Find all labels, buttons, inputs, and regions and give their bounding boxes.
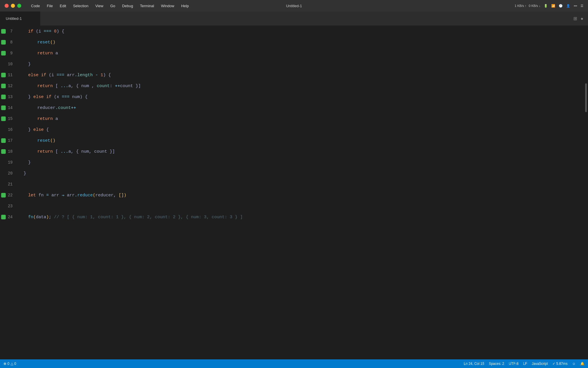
line-number-9: 9 <box>10 48 13 59</box>
line-endings[interactable]: LF <box>523 362 527 366</box>
code-line-20[interactable]: } <box>19 168 584 179</box>
titlebar-right: 1 KB/s ↑0 KB/s ↓ 🔋 📶 🕐 👤 ••• ☰ <box>515 4 584 8</box>
code-line-24[interactable]: fn ( data ) ; // ? [ { num: 1, count: 1 … <box>19 212 584 223</box>
breakpoint-11[interactable] <box>1 73 6 77</box>
line-number-13: 13 <box>8 91 13 102</box>
gutter-line-20: 20 <box>0 168 14 179</box>
scrollbar-thumb[interactable] <box>585 83 587 112</box>
breakpoint-22[interactable] <box>1 193 6 198</box>
gutter-line-15: 15 <box>0 113 14 124</box>
line-number-24: 24 <box>8 212 13 223</box>
cursor-position[interactable]: Ln 24, Col 15 <box>464 362 484 366</box>
line-number-21: 21 <box>8 179 13 190</box>
line-number-23: 23 <box>8 201 13 212</box>
timing: ✓ 5.87ms <box>552 362 568 366</box>
line-number-14: 14 <box>8 102 13 113</box>
gutter-line-12: 12 <box>0 80 14 91</box>
code-line-8[interactable]: reset () <box>19 37 584 48</box>
breakpoint-12[interactable] <box>1 84 6 88</box>
line-number-15: 15 <box>8 113 13 124</box>
tab-label: Untitled-1 <box>6 16 22 21</box>
warning-number: 0 <box>14 362 16 366</box>
code-line-15[interactable]: return a <box>19 113 584 124</box>
code-line-12[interactable]: return [ ... a, { num , count : ++ count… <box>19 80 584 91</box>
indentation[interactable]: Spaces: 2 <box>489 362 504 366</box>
menu-view[interactable]: View <box>92 3 106 9</box>
language-mode[interactable]: JavaScript <box>532 362 548 366</box>
notification-icon[interactable]: 🔔 <box>580 362 585 366</box>
minimize-button[interactable] <box>11 4 15 8</box>
menu-terminal[interactable]: Terminal <box>137 3 157 9</box>
close-button[interactable] <box>5 4 9 8</box>
menu-go[interactable]: Go <box>107 3 118 9</box>
code-line-7[interactable]: if ( i === 0 ) { <box>19 26 584 37</box>
code-line-11[interactable]: else if ( i === arr . length - 1 ) { <box>19 70 584 80</box>
tabbar: Untitled-1 ⊞ ● <box>0 12 588 26</box>
split-editor-button[interactable]: ⊞ <box>573 16 577 21</box>
battery-icon: 🔋 <box>544 4 548 8</box>
code-line-16[interactable]: } else { <box>19 124 584 135</box>
code-line-13[interactable]: } else if ( x === num) { <box>19 91 584 102</box>
menu-file[interactable]: File <box>44 3 56 9</box>
tab-actions: ⊞ ● <box>573 16 588 21</box>
breakpoint-7[interactable] <box>1 29 6 34</box>
breakpoint-18[interactable] <box>1 149 6 154</box>
editor-tab[interactable]: Untitled-1 <box>0 12 40 26</box>
code-line-23[interactable] <box>19 201 584 212</box>
menu-selection[interactable]: Selection <box>70 3 91 9</box>
statusbar-right: Ln 24, Col 15 Spaces: 2 UTF-8 LF JavaScr… <box>464 362 585 366</box>
breakpoint-14[interactable] <box>1 106 6 110</box>
code-line-17[interactable]: reset () <box>19 135 584 146</box>
line-number-20: 20 <box>8 168 13 179</box>
gutter-line-9: 9 <box>0 48 14 59</box>
line-number-10: 10 <box>8 59 13 70</box>
user-icon: 👤 <box>566 4 570 8</box>
statusbar: ⊗ 0 △ 0 Ln 24, Col 15 Spaces: 2 UTF-8 LF… <box>0 359 588 368</box>
line-number-11: 11 <box>8 70 13 80</box>
code-line-22[interactable]: let fn = arr ⇒ arr . reduce ( reducer, [… <box>19 190 584 201</box>
more-icon: ••• <box>574 4 577 7</box>
vertical-scrollbar[interactable] <box>584 26 588 359</box>
gutter-line-16: 16 <box>0 124 14 135</box>
breakpoint-24[interactable] <box>1 215 6 219</box>
code-editor[interactable]: if ( i === 0 ) { reset () return a } <box>14 26 584 359</box>
error-icon: ⊗ <box>3 362 6 366</box>
breakpoint-17[interactable] <box>1 138 6 143</box>
code-line-10[interactable]: } <box>19 59 584 70</box>
line-number-7: 7 <box>10 26 13 37</box>
feedback-icon[interactable]: ☺ <box>572 362 576 366</box>
unsaved-indicator: ● <box>581 16 583 21</box>
gutter-line-13: 13 <box>0 91 14 102</box>
gutter-line-21: 21 <box>0 179 14 190</box>
menu-code[interactable]: Code <box>28 3 43 9</box>
network-speed: 1 KB/s ↑0 KB/s ↓ <box>515 4 541 7</box>
breakpoint-9[interactable] <box>1 51 6 55</box>
code-line-19[interactable]: } <box>19 157 584 168</box>
wifi-icon: 📶 <box>551 4 555 8</box>
breakpoint-15[interactable] <box>1 116 6 121</box>
list-icon: ☰ <box>581 4 583 8</box>
gutter-line-14: 14 <box>0 102 14 113</box>
error-count[interactable]: ⊗ 0 △ 0 <box>3 362 16 366</box>
gutter-line-17: 17 <box>0 135 14 146</box>
breakpoint-8[interactable] <box>1 40 6 45</box>
menu-bar: Code File Edit Selection View Go Debug T… <box>21 3 192 9</box>
menu-debug[interactable]: Debug <box>119 3 136 9</box>
code-line-18[interactable]: return [ ... a, { num, count }] <box>19 146 584 157</box>
gutter-line-23: 23 <box>0 201 14 212</box>
gutter-line-11: 11 <box>0 70 14 80</box>
code-line-14[interactable]: reducer . count ++ <box>19 102 584 113</box>
menu-edit[interactable]: Edit <box>57 3 69 9</box>
error-number: 0 <box>7 362 9 366</box>
line-number-22: 22 <box>8 190 13 201</box>
statusbar-left: ⊗ 0 △ 0 <box>3 362 16 366</box>
code-line-9[interactable]: return a <box>19 48 584 59</box>
menu-help[interactable]: Help <box>178 3 192 9</box>
maximize-button[interactable] <box>17 4 21 8</box>
menu-window[interactable]: Window <box>158 3 177 9</box>
apple-menu[interactable] <box>21 5 27 7</box>
code-line-21[interactable] <box>19 179 584 190</box>
file-encoding[interactable]: UTF-8 <box>509 362 519 366</box>
breakpoint-13[interactable] <box>1 95 6 99</box>
line-number-18: 18 <box>8 146 13 157</box>
